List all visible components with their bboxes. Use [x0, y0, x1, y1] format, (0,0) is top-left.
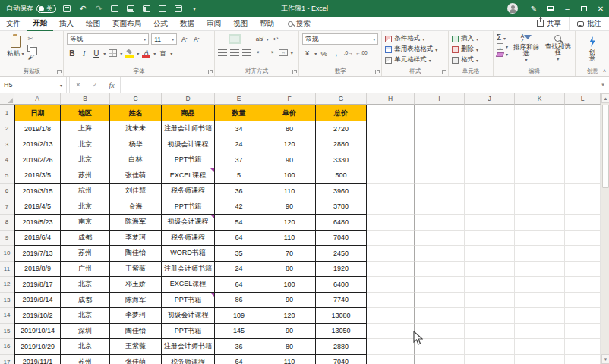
cell-I4[interactable]	[415, 152, 465, 168]
cell-C7[interactable]: 金海	[110, 199, 162, 215]
cell-K4[interactable]	[515, 152, 565, 168]
column-header-B[interactable]: B	[61, 93, 110, 105]
cell-C1[interactable]: 姓名	[110, 105, 162, 121]
cell-L10[interactable]	[565, 246, 601, 262]
cell-D8[interactable]: 初级会计课程	[162, 215, 215, 231]
merge-center-button[interactable]: ↔	[279, 47, 289, 58]
cell-D1[interactable]: 商品	[162, 105, 215, 121]
qat-tool-icon-2[interactable]	[125, 3, 136, 14]
cell-K15[interactable]	[515, 324, 565, 340]
cell-G16[interactable]: 2880	[316, 339, 367, 355]
cell-H3[interactable]	[367, 137, 415, 153]
tab-page-layout[interactable]: 页面布局	[106, 17, 147, 31]
tab-view[interactable]: 视图	[227, 17, 254, 31]
name-box[interactable]: H5 ▾	[0, 77, 67, 93]
cell-I14[interactable]	[415, 308, 465, 324]
bottom-align-icon[interactable]	[242, 33, 252, 44]
cell-I3[interactable]	[415, 137, 465, 153]
cell-A8[interactable]: 2019/5/23	[14, 215, 61, 231]
cell-L15[interactable]	[565, 324, 601, 340]
cell-I8[interactable]	[415, 215, 465, 231]
cell-D16[interactable]: 注册会计师书籍	[162, 339, 215, 355]
cell-J2[interactable]	[465, 121, 515, 137]
cell-I16[interactable]	[415, 339, 465, 355]
share-button[interactable]: 共享	[529, 17, 569, 31]
qat-tool-icon-5[interactable]	[173, 3, 184, 14]
cell-I17[interactable]	[415, 355, 465, 364]
row-header-3[interactable]: 3	[0, 137, 14, 153]
cell-D15[interactable]: PPT书籍	[162, 324, 215, 340]
paste-button[interactable]: 粘贴 ▾	[3, 33, 27, 61]
cell-A16[interactable]: 2019/10/29	[14, 339, 61, 355]
cell-K5[interactable]	[515, 168, 565, 184]
cell-J16[interactable]	[465, 339, 515, 355]
cell-H8[interactable]	[367, 215, 415, 231]
cell-H7[interactable]	[367, 199, 415, 215]
row-header-14[interactable]: 14	[0, 308, 14, 324]
cell-C8[interactable]: 陈海军	[110, 215, 162, 231]
percent-style-icon[interactable]: %	[319, 48, 329, 58]
cell-E16[interactable]: 36	[215, 339, 263, 355]
row-header-13[interactable]: 13	[0, 293, 14, 309]
cell-B2[interactable]: 上海	[61, 121, 110, 137]
scrollbar-thumb[interactable]	[602, 105, 609, 188]
cell-A9[interactable]: 2019/6/4	[14, 231, 61, 246]
cell-H10[interactable]	[367, 246, 415, 262]
cell-B17[interactable]: 苏州	[61, 355, 110, 364]
phonetic-guide-button[interactable]: 亩	[158, 48, 168, 58]
column-header-E[interactable]: E	[215, 93, 263, 105]
autosave-pill[interactable]: 关	[36, 5, 56, 13]
cell-G7[interactable]: 3780	[316, 199, 367, 215]
row-header-8[interactable]: 8	[0, 215, 14, 231]
cell-J17[interactable]	[465, 355, 515, 364]
cell-I6[interactable]	[415, 184, 465, 199]
cell-L3[interactable]	[565, 137, 601, 153]
cell-G1[interactable]: 总价	[316, 105, 367, 121]
font-dialog-launcher[interactable]	[208, 70, 213, 74]
cell-K9[interactable]	[515, 231, 565, 246]
cell-H12[interactable]	[367, 277, 415, 293]
cell-H9[interactable]	[367, 231, 415, 246]
row-header-12[interactable]: 12	[0, 277, 14, 293]
cell-styles-button[interactable]: 单元格样式▾	[385, 55, 445, 64]
cell-G11[interactable]: 1920	[316, 262, 367, 278]
cell-H4[interactable]	[367, 152, 415, 168]
cell-A17[interactable]: 2019/11/1	[14, 355, 61, 364]
cell-L6[interactable]	[565, 184, 601, 199]
cell-B9[interactable]: 成都	[61, 231, 110, 246]
cell-H5[interactable]	[367, 168, 415, 184]
expand-formula-bar-icon[interactable]: ▾	[597, 77, 609, 93]
font-color-button[interactable]: A	[141, 48, 151, 58]
cell-C13[interactable]: 陈海军	[110, 293, 162, 309]
cell-I1[interactable]	[415, 105, 465, 121]
cell-B11[interactable]: 广州	[61, 262, 110, 278]
cell-L17[interactable]	[565, 355, 601, 364]
maximize-button[interactable]	[576, 0, 592, 17]
cell-K7[interactable]	[515, 199, 565, 215]
borders-button[interactable]	[108, 48, 118, 58]
row-header-4[interactable]: 4	[0, 152, 14, 168]
cell-K16[interactable]	[515, 339, 565, 355]
minimize-button[interactable]: –	[559, 0, 576, 17]
cell-G13[interactable]: 7740	[316, 293, 367, 309]
cell-B4[interactable]: 北京	[61, 152, 110, 168]
font-size-combo[interactable]: 11▾	[151, 33, 177, 45]
row-header-1[interactable]: 1	[0, 105, 14, 121]
cell-L9[interactable]	[565, 231, 601, 246]
cell-H14[interactable]	[367, 308, 415, 324]
autosum-button[interactable]: Σ▾	[497, 34, 508, 42]
comments-button[interactable]: 批注	[569, 17, 609, 31]
cell-B8[interactable]: 南京	[61, 215, 110, 231]
cell-D2[interactable]: 注册会计师书籍	[162, 121, 215, 137]
cell-K17[interactable]	[515, 355, 565, 364]
cell-H11[interactable]	[367, 262, 415, 278]
cell-I5[interactable]	[415, 168, 465, 184]
cell-F9[interactable]: 110	[263, 231, 316, 246]
cell-F8[interactable]: 120	[263, 215, 316, 231]
cell-B12[interactable]: 北京	[61, 277, 110, 293]
cell-C2[interactable]: 沈未未	[110, 121, 162, 137]
cell-K1[interactable]	[515, 105, 565, 121]
row-header-17[interactable]: 17	[0, 355, 14, 364]
cell-K3[interactable]	[515, 137, 565, 153]
cell-F4[interactable]: 90	[263, 152, 316, 168]
